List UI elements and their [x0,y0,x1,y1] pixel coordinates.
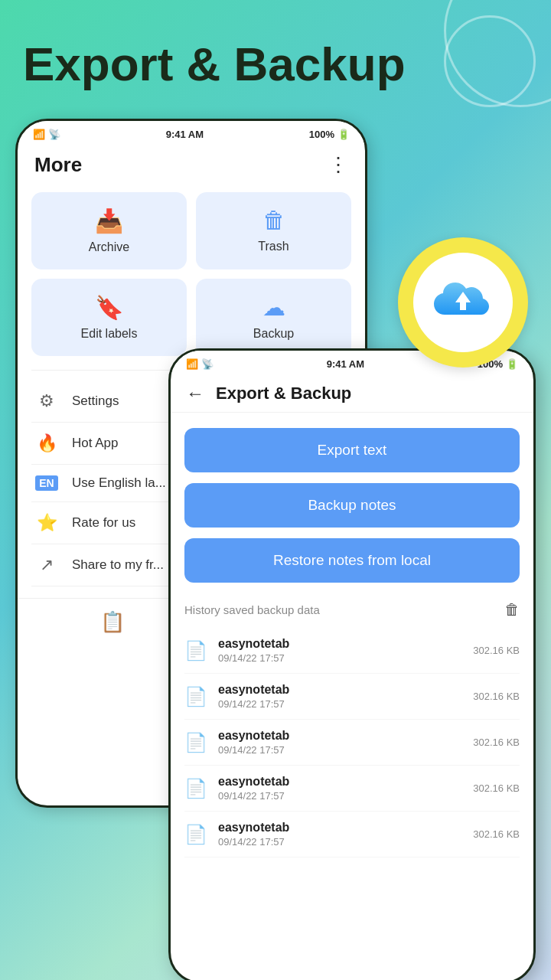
cloud-inner [413,253,513,352]
phone1-status-bar: 📶 📡 9:41 AM 100% 🔋 [18,121,365,144]
file-size: 302.16 KB [473,645,520,656]
table-row[interactable]: 📄 easynotetab 09/14/22 17:57 302.16 KB [184,674,520,720]
grid-item-trash[interactable]: 🗑 Trash [196,192,351,270]
bg-circle-2 [444,15,536,107]
rate-icon: ⭐ [35,513,58,533]
phone1-title: More [34,153,82,177]
edit-labels-label: Edit labels [81,327,138,341]
file-info: easynotetab 09/14/22 17:57 [218,637,462,664]
file-icon: 📄 [184,732,207,753]
wifi-icon: 📡 [48,129,60,140]
file-name: easynotetab [218,821,462,835]
history-label: History saved backup data [184,603,320,616]
phone1-header: More ⋮ [18,144,365,185]
bottom-notes-icon[interactable]: 📋 [100,610,125,634]
file-list: 📄 easynotetab 09/14/22 17:57 302.16 KB 📄… [184,628,520,858]
history-header: History saved backup data 🗑 [184,593,520,628]
phone2-header: ← Export & Backup [171,374,533,413]
export-text-button[interactable]: Export text [184,428,520,472]
phone2-signal-icon: 📶 [186,358,198,370]
phone-2-container: 📶 📡 9:41 AM 100% 🔋 ← Export & Backup Exp… [168,348,536,980]
file-size: 302.16 KB [473,737,520,748]
file-name: easynotetab [218,775,462,789]
file-icon: 📄 [184,824,207,845]
battery-text: 100% [309,129,334,140]
file-info: easynotetab 09/14/22 17:57 [218,729,462,756]
settings-icon: ⚙ [35,391,58,411]
file-name: easynotetab [218,683,462,697]
rate-label: Rate for us [72,515,135,531]
file-icon: 📄 [184,778,207,799]
trash-icon: 🗑 [262,207,285,234]
language-label: Use English la... [72,475,166,491]
trash-label: Trash [258,240,289,253]
phone1-grid: 📥 Archive 🗑 Trash 🔖 Edit labels ☁ Backup [18,185,365,364]
signal-icon: 📶 [33,129,45,140]
backup-notes-button[interactable]: Backup notes [184,483,520,528]
grid-item-edit-labels[interactable]: 🔖 Edit labels [31,279,187,356]
phone2-title: Export & Backup [216,384,351,403]
archive-icon: 📥 [95,207,123,234]
language-icon: EN [35,475,58,491]
table-row[interactable]: 📄 easynotetab 09/14/22 17:57 302.16 KB [184,766,520,812]
phone2-status-left: 📶 📡 [186,358,214,370]
backup-label: Backup [253,327,294,341]
file-info: easynotetab 09/14/22 17:57 [218,683,462,710]
archive-label: Archive [89,240,129,254]
file-date: 09/14/22 17:57 [218,836,462,848]
phone2-wifi-icon: 📡 [201,358,214,370]
cloud-upload-icon [432,278,494,328]
file-date: 09/14/22 17:57 [218,744,462,756]
file-size: 302.16 KB [473,782,520,794]
file-info: easynotetab 09/14/22 17:57 [218,775,462,802]
share-icon: ↗ [35,555,58,575]
file-date: 09/14/22 17:57 [218,652,462,664]
phone1-time: 9:41 AM [166,129,204,140]
hot-app-label: Hot App [72,436,119,451]
file-size: 302.16 KB [473,691,520,702]
table-row[interactable]: 📄 easynotetab 09/14/22 17:57 302.16 KB [184,628,520,674]
file-date: 09/14/22 17:57 [218,698,462,710]
back-button[interactable]: ← [186,383,204,404]
file-icon: 📄 [184,686,207,707]
hot-app-icon: 🔥 [35,433,58,453]
file-size: 302.16 KB [473,828,520,840]
phone1-status-right: 100% 🔋 [309,129,350,140]
phone2-content: Export text Backup notes Restore notes f… [171,413,533,873]
share-label: Share to my fr... [72,557,164,573]
file-name: easynotetab [218,637,462,651]
edit-labels-icon: 🔖 [95,294,123,321]
cloud-upload-circle [398,237,528,368]
file-name: easynotetab [218,729,462,743]
settings-label: Settings [72,394,119,409]
restore-notes-button[interactable]: Restore notes from local [184,538,520,583]
phone1-status-left: 📶 📡 [33,129,60,140]
backup-icon: ☁ [262,294,285,321]
file-icon: 📄 [184,640,207,662]
table-row[interactable]: 📄 easynotetab 09/14/22 17:57 302.16 KB [184,720,520,766]
phone2-battery-icon: 🔋 [506,358,518,370]
table-row[interactable]: 📄 easynotetab 09/14/22 17:57 302.16 KB [184,812,520,858]
battery-icon: 🔋 [337,129,350,140]
grid-item-archive[interactable]: 📥 Archive [31,192,187,270]
file-info: easynotetab 09/14/22 17:57 [218,821,462,848]
main-title: Export & Backup [23,38,406,90]
phone2-time: 9:41 AM [327,358,364,370]
grid-item-backup[interactable]: ☁ Backup [196,279,351,356]
phone1-more-menu-button[interactable]: ⋮ [328,153,348,177]
file-date: 09/14/22 17:57 [218,790,462,802]
delete-history-icon[interactable]: 🗑 [504,601,520,619]
